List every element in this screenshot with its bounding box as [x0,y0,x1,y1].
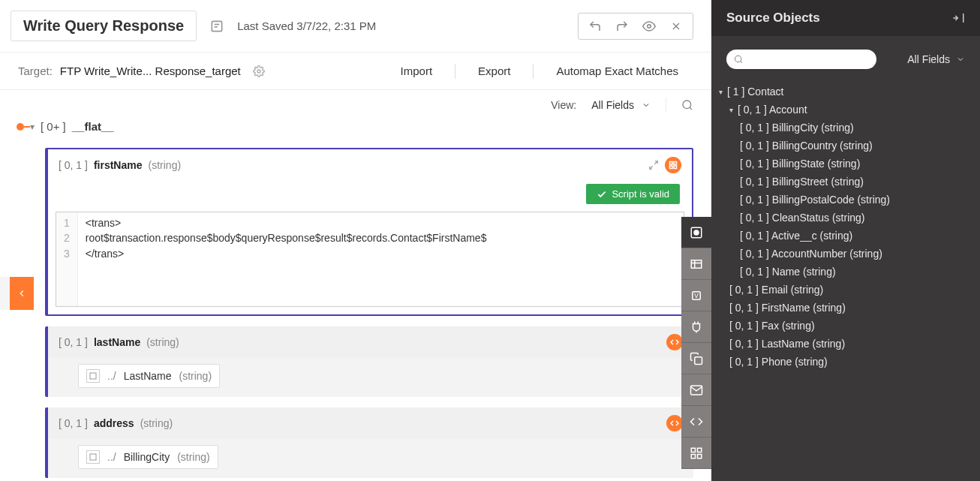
source-objects-panel: Source Objects All Fields ▾[ 1 ] Contact… [711,0,980,481]
tree-node-firstname[interactable]: [ 0, 1 ] FirstName (string) [719,299,965,317]
chevron-down-icon [956,55,965,64]
root-node-row[interactable]: ▾ [ 0+ ] __flat__ [14,120,693,137]
tree-node-phone[interactable]: [ 0, 1 ] Phone (string) [719,353,965,371]
tree-node-cleanstatus[interactable]: [ 0, 1 ] CleanStatus (string) [719,209,965,227]
note-icon[interactable] [209,18,225,35]
view-select[interactable]: All Fields [591,99,651,111]
gear-icon[interactable] [253,65,265,77]
mapping-type: (string) [179,370,212,382]
search-icon[interactable] [681,99,693,111]
dock-copy-button[interactable] [681,343,711,374]
tree-node-fax[interactable]: [ 0, 1 ] Fax (string) [719,317,965,335]
mapping-chip-address[interactable]: ../ BillingCity (string) [78,445,218,469]
dock-code-button[interactable] [681,406,711,437]
chevron-down-icon: ▾ [729,106,733,114]
right-tool-dock: V [681,217,711,469]
field-head-address[interactable]: [ 0, 1 ] address (string) [48,407,693,439]
script-mode-icon[interactable] [666,334,683,350]
script-mode-icon[interactable] [665,157,681,173]
dock-plugins-button[interactable] [681,311,711,343]
last-saved-label: Last Saved 3/7/22, 2:31 PM [237,20,376,32]
target-value: FTP Write_Write... Response_target [60,65,241,77]
header-action-group [578,13,693,40]
view-selected-value: All Fields [591,99,634,111]
tree-node-email[interactable]: [ 0, 1 ] Email (string) [719,281,965,299]
code-lines: <trans> root$transaction.response$body$q… [78,212,684,306]
tree-node-name[interactable]: [ 0, 1 ] Name (string) [719,263,965,281]
collapse-panel-icon[interactable] [951,11,965,25]
card-name: firstName [94,159,143,171]
panel-header: Source Objects [711,0,980,36]
panel-title: Source Objects [726,11,820,26]
tree-node-lastname[interactable]: [ 0, 1 ] LastName (string) [719,335,965,353]
import-button[interactable]: Import [386,60,448,82]
redo-button[interactable] [609,14,636,39]
panel-all-fields-select[interactable]: All Fields [907,53,965,65]
svg-rect-12 [674,162,677,165]
panel-search-input[interactable] [726,50,876,69]
card-name: address [94,417,134,429]
tree-node-billingstreet[interactable]: [ 0, 1 ] BillingStreet (string) [719,173,965,191]
source-cube-icon [86,450,100,464]
chevron-down-icon: ▾ [30,122,35,132]
svg-line-8 [690,107,692,110]
page-title[interactable]: Write Query Response [11,11,197,41]
svg-rect-13 [670,166,673,169]
svg-rect-28 [691,454,695,458]
code-gutter: 123 [56,212,78,306]
left-collapse-tab[interactable] [0,277,34,310]
dock-apps-button[interactable] [681,437,711,469]
header-bar: Write Query Response Last Saved 3/7/22, … [0,0,711,52]
tree-node-billingcountry[interactable]: [ 0, 1 ] BillingCountry (string) [719,137,965,155]
script-mode-icon[interactable] [666,415,683,431]
chevron-left-icon [17,288,27,299]
mapping-chip-lastname[interactable]: ../ LastName (string) [78,364,220,388]
script-editor[interactable]: 123 <trans> root$transaction.response$bo… [56,212,684,307]
card-cardinality: [ 0, 1 ] [59,159,88,171]
card-type: (string) [149,159,182,171]
export-button[interactable]: Export [463,60,525,82]
svg-point-32 [735,56,741,62]
field-head-firstname[interactable]: [ 0, 1 ] firstName (string) [48,149,692,181]
dock-table-button[interactable] [681,248,711,280]
card-cardinality: [ 0, 1 ] [59,417,88,429]
script-valid-text: Script is valid [612,188,669,200]
svg-line-10 [650,166,653,169]
source-objects-tree: ▾[ 1 ] Contact ▾[ 0, 1 ] Account [ 0, 1 … [711,83,980,481]
svg-rect-24 [695,356,702,364]
field-card-lastname: [ 0, 1 ] lastName (string) ../ LastName … [45,326,693,397]
close-button[interactable] [663,14,690,39]
check-icon [597,189,607,200]
automap-button[interactable]: Automap Exact Matches [541,60,693,82]
tree-node-account[interactable]: ▾[ 0, 1 ] Account [719,101,965,119]
tree-node-contact[interactable]: ▾[ 1 ] Contact [719,83,965,101]
svg-rect-15 [90,373,96,379]
panel-search-field[interactable] [749,54,869,65]
svg-point-7 [683,101,691,109]
svg-rect-27 [698,448,702,452]
undo-button[interactable] [582,14,609,39]
dock-email-button[interactable] [681,374,711,406]
tree-node-activec[interactable]: [ 0, 1 ] Active__c (string) [719,227,965,245]
svg-line-9 [654,161,657,164]
mapping-path: ../ [107,370,116,382]
svg-rect-11 [670,162,673,165]
card-type: (string) [140,417,173,429]
root-name: __flat__ [72,120,114,133]
preview-button[interactable] [636,14,663,39]
tree-node-billingstate[interactable]: [ 0, 1 ] BillingState (string) [719,155,965,173]
source-cube-icon [86,369,100,383]
chevron-down-icon: ▾ [719,88,723,96]
expand-icon[interactable] [648,160,659,170]
dock-source-objects-button[interactable] [681,217,711,248]
tree-node-billingpostalcode[interactable]: [ 0, 1 ] BillingPostalCode (string) [719,191,965,209]
tree-node-billingcity[interactable]: [ 0, 1 ] BillingCity (string) [719,119,965,137]
svg-text:V: V [694,293,699,299]
field-head-lastname[interactable]: [ 0, 1 ] lastName (string) [48,326,693,358]
panel-tools: All Fields [711,36,980,83]
mapping-path: ../ [107,451,116,463]
tree-node-accountnumber[interactable]: [ 0, 1 ] AccountNumber (string) [719,245,965,263]
dock-variables-button[interactable]: V [681,280,711,311]
subheader-bar: Target: FTP Write_Write... Response_targ… [0,52,711,90]
svg-point-3 [648,24,651,28]
